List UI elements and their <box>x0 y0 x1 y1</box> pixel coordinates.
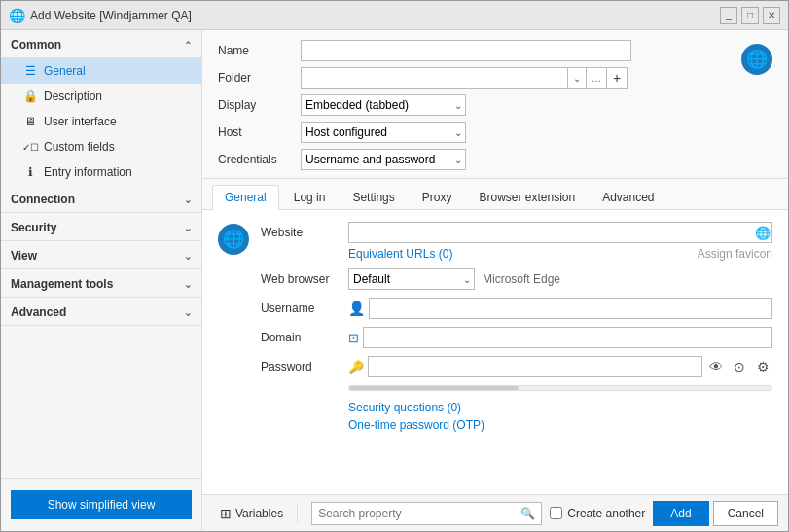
variables-button[interactable]: ⊞ Variables <box>212 506 291 521</box>
sidebar-item-description[interactable]: 🔒 Description <box>1 84 201 109</box>
main-content: Common ⌃ ☰ General 🔒 Description 🖥 User … <box>1 30 788 531</box>
search-property-input[interactable] <box>318 507 520 520</box>
password-label: Password <box>261 360 348 373</box>
sidebar-item-entry-information[interactable]: ℹ Entry information <box>1 160 201 185</box>
create-another-text: Create another <box>567 507 645 520</box>
otp-link[interactable]: One-time password (OTP) <box>348 418 772 432</box>
folder-ellipsis-button[interactable]: … <box>587 67 607 89</box>
website-input[interactable] <box>348 222 772 243</box>
close-button[interactable]: ✕ <box>763 7 780 24</box>
folder-row: Folder ⌄ … + <box>218 67 732 89</box>
sidebar-section-connection: Connection ⌄ <box>1 185 201 213</box>
domain-label: Domain <box>261 331 348 344</box>
management-tools-section-label: Management tools <box>11 277 113 291</box>
sidebar-section-common-header[interactable]: Common ⌃ <box>1 30 201 58</box>
view-chevron-icon: ⌄ <box>184 251 192 262</box>
advanced-chevron-icon: ⌄ <box>184 307 192 318</box>
host-select[interactable]: Host configured Custom None <box>301 122 466 143</box>
globe-large-icon[interactable]: 🌐 <box>741 44 772 75</box>
folder-add-button[interactable]: + <box>607 67 628 89</box>
sidebar-section-advanced-header[interactable]: Advanced ⌄ <box>1 298 201 326</box>
tab-advanced[interactable]: Advanced <box>590 185 666 209</box>
titlebar: 🌐 Add Website [Windjammer QA] ⎯ □ ✕ <box>1 1 788 30</box>
folder-input[interactable] <box>301 67 568 89</box>
website-input-row: Website 🌐 <box>261 222 772 243</box>
add-button[interactable]: Add <box>653 501 708 526</box>
sidebar-section-common: Common ⌃ ☰ General 🔒 Description 🖥 User … <box>1 30 201 185</box>
tab-settings[interactable]: Settings <box>340 185 407 209</box>
username-icon: 👤 <box>348 301 365 316</box>
sidebar-section-connection-header[interactable]: Connection ⌄ <box>1 185 201 213</box>
sidebar-item-user-interface[interactable]: 🖥 User interface <box>1 109 201 134</box>
create-another-checkbox[interactable] <box>550 507 562 519</box>
bottom-divider <box>297 504 298 523</box>
password-input[interactable] <box>368 356 702 377</box>
bottom-bar: ⊞ Variables 🔍 Create another Add Cancel <box>202 494 788 531</box>
website-section: 🌐 Website 🌐 Equivalent URLs (0) <box>218 222 772 436</box>
user-interface-icon: 🖥 <box>22 114 38 129</box>
cancel-button[interactable]: Cancel <box>713 501 778 526</box>
tab-proxy[interactable]: Proxy <box>410 185 465 209</box>
tab-browser-extension[interactable]: Browser extension <box>466 185 588 209</box>
sidebar-section-advanced: Advanced ⌄ <box>1 298 201 326</box>
connection-chevron-icon: ⌄ <box>184 195 192 205</box>
sidebar-section-view-header[interactable]: View ⌄ <box>1 241 201 269</box>
view-section-label: View <box>11 249 37 263</box>
credentials-select[interactable]: Username and password My personal creden… <box>301 149 466 170</box>
sidebar-item-entry-information-label: Entry information <box>44 165 132 179</box>
sidebar-item-general[interactable]: ☰ General <box>1 58 201 84</box>
assign-favicon-link[interactable]: Assign favicon <box>698 247 772 261</box>
web-browser-select[interactable]: Default Chrome Firefox Edge <box>348 268 475 290</box>
host-label: Host <box>218 125 301 139</box>
show-password-button[interactable]: 👁 <box>706 356 726 377</box>
password-actions: 👁 ⊙ ⚙ <box>706 356 772 377</box>
sidebar-section-view: View ⌄ <box>1 241 201 269</box>
domain-input[interactable] <box>363 327 772 348</box>
sidebar-section-security-header[interactable]: Security ⌄ <box>1 213 201 241</box>
display-label: Display <box>218 98 301 112</box>
minimize-button[interactable]: ⎯ <box>720 7 737 24</box>
top-form-fields: Name Folder ⌄ … + <box>218 40 732 170</box>
scrollbar[interactable] <box>348 385 772 391</box>
website-globe-icon: 🌐 <box>218 224 249 255</box>
website-globe-button-icon[interactable]: 🌐 <box>755 226 771 240</box>
folder-dropdown-button[interactable]: ⌄ <box>568 67 587 89</box>
domain-icon: ⊡ <box>348 331 359 345</box>
display-select-wrap: Embedded (tabbed) External window Embedd… <box>301 94 466 116</box>
generate-password-button[interactable]: ⚙ <box>753 356 772 377</box>
security-chevron-icon: ⌄ <box>184 223 192 233</box>
common-chevron-icon: ⌃ <box>184 40 192 51</box>
sidebar-section-management-tools-header[interactable]: Management tools ⌄ <box>1 269 201 298</box>
website-fields: Website 🌐 Equivalent URLs (0) Assign fav… <box>261 222 772 436</box>
window-icon: 🌐 <box>9 8 24 23</box>
variables-grid-icon: ⊞ <box>220 506 232 521</box>
password-icon: 🔑 <box>348 360 364 374</box>
tab-login[interactable]: Log in <box>281 185 339 209</box>
search-icon: 🔍 <box>520 507 535 520</box>
show-simplified-view-button[interactable]: Show simplified view <box>11 490 192 519</box>
security-questions-link[interactable]: Security questions (0) <box>348 401 772 414</box>
common-section-label: Common <box>11 38 61 52</box>
scrollbar-area <box>261 385 772 393</box>
security-section-label: Security <box>11 221 56 234</box>
name-input[interactable] <box>301 40 631 61</box>
display-select[interactable]: Embedded (tabbed) External window Embedd… <box>301 94 466 116</box>
create-another-label[interactable]: Create another <box>550 507 645 520</box>
window-controls: ⎯ □ ✕ <box>720 7 780 24</box>
tab-general[interactable]: General <box>212 185 279 210</box>
sidebar-item-custom-fields[interactable]: ✓☐ Custom fields <box>1 134 201 160</box>
window-title: Add Website [Windjammer QA] <box>30 9 720 22</box>
host-select-wrap: Host configured Custom None ⌄ <box>301 122 466 143</box>
main-window: 🌐 Add Website [Windjammer QA] ⎯ □ ✕ Comm… <box>0 0 789 532</box>
sidebar-section-security: Security ⌄ <box>1 213 201 241</box>
connection-section-label: Connection <box>11 193 75 206</box>
equiv-urls-link[interactable]: Equivalent URLs (0) <box>348 247 452 261</box>
equiv-urls-row: Equivalent URLs (0) Assign favicon <box>261 247 772 261</box>
username-input[interactable] <box>369 298 772 319</box>
password-options-button[interactable]: ⊙ <box>730 356 749 377</box>
maximize-button[interactable]: □ <box>741 7 759 24</box>
name-control <box>301 40 732 61</box>
name-row: Name <box>218 40 732 61</box>
username-label: Username <box>261 301 348 315</box>
host-row: Host Host configured Custom None ⌄ <box>218 122 732 143</box>
